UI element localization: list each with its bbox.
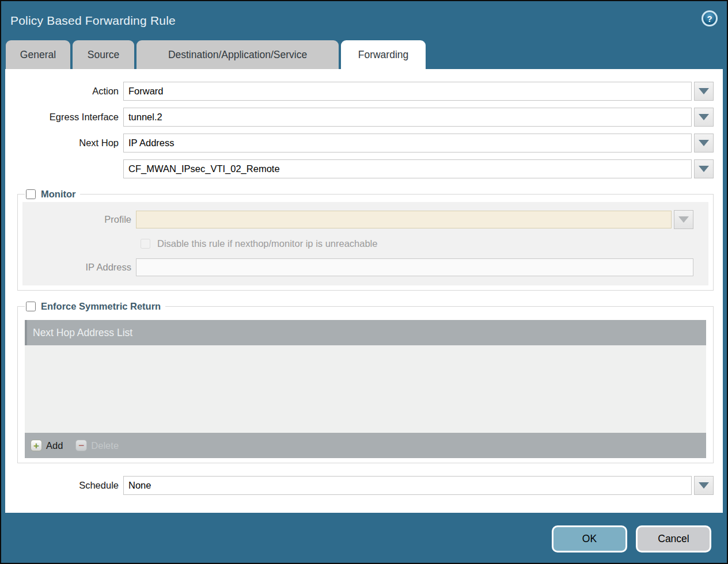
dialog-footer: OK Cancel [1,513,727,563]
next-hop-dropdown-button[interactable] [694,134,714,153]
next-hop-address-dropdown-button[interactable] [694,159,714,178]
next-hop-address-row [5,159,723,178]
table-footer: + Add − Delete [25,433,706,458]
help-icon[interactable]: ? [702,10,718,26]
ok-button[interactable]: OK [552,525,627,552]
next-hop-type-input[interactable] [123,134,692,153]
schedule-row: Schedule [5,476,723,495]
tab-bar: General Source Destination/Application/S… [1,40,727,69]
schedule-label: Schedule [5,480,123,491]
profile-row: Profile [22,210,703,229]
tab-destination-application-service[interactable]: Destination/Application/Service [136,40,339,69]
add-button-label: Add [46,440,63,451]
tab-source[interactable]: Source [73,40,134,69]
monitor-ip-input [136,258,693,276]
action-label: Action [5,86,123,97]
dialog-titlebar: Policy Based Forwarding Rule ? [1,1,727,40]
add-button[interactable]: + Add [31,440,63,451]
tab-general[interactable]: General [6,40,70,69]
policy-based-forwarding-rule-dialog: Policy Based Forwarding Rule ? General S… [0,0,728,564]
chevron-down-icon [699,482,709,489]
delete-button-label: Delete [91,440,119,451]
dialog-title: Policy Based Forwarding Rule [10,14,176,28]
monitor-ip-row: IP Address [22,258,703,276]
plus-icon: + [31,440,42,451]
action-row: Action [5,82,723,101]
action-input[interactable] [123,82,692,101]
profile-label: Profile [22,214,136,225]
disable-rule-row: Disable this rule if nexthop/monitor ip … [141,238,703,249]
delete-button: − Delete [75,440,119,451]
chevron-down-icon [699,166,709,172]
chevron-down-icon [678,216,689,223]
egress-interface-input[interactable] [123,108,692,127]
enforce-symmetric-return-checkbox[interactable] [26,302,36,311]
disable-rule-checkbox [141,239,150,249]
egress-interface-label: Egress Interface [5,112,123,123]
profile-input [136,211,672,228]
forwarding-tab-panel: Action Egress Interface Next Hop [5,69,723,513]
schedule-dropdown-button[interactable] [694,476,714,495]
chevron-down-icon [699,140,709,146]
monitor-panel: Profile Disable this rule if nexthop/mon… [22,202,708,285]
chevron-down-icon [699,88,709,94]
enforce-symmetric-return-group: Enforce Symmetric Return Next Hop Addres… [17,301,714,463]
next-hop-row: Next Hop [5,134,723,153]
action-dropdown-button[interactable] [694,82,714,101]
profile-dropdown-button [674,210,693,229]
next-hop-label: Next Hop [5,138,123,148]
cancel-button[interactable]: Cancel [636,525,711,552]
table-body-empty[interactable] [25,345,706,433]
schedule-input[interactable] [123,476,692,495]
monitor-legend: Monitor [41,189,75,200]
next-hop-address-input[interactable] [123,159,692,178]
monitor-ip-label: IP Address [22,262,136,273]
egress-interface-row: Egress Interface [5,108,723,127]
monitor-checkbox[interactable] [26,189,36,199]
monitor-group: Monitor Profile Disable this rule if nex… [17,189,714,291]
chevron-down-icon [699,114,709,120]
egress-interface-dropdown-button[interactable] [694,108,714,127]
next-hop-address-table: Next Hop Address List + Add − Delete [25,320,706,458]
tab-forwarding[interactable]: Forwarding [341,40,426,69]
disable-rule-label: Disable this rule if nexthop/monitor ip … [157,238,377,249]
enforce-symmetric-return-legend: Enforce Symmetric Return [41,301,161,312]
table-header: Next Hop Address List [25,320,706,345]
table-header-label: Next Hop Address List [33,327,132,339]
minus-icon: − [75,440,87,451]
